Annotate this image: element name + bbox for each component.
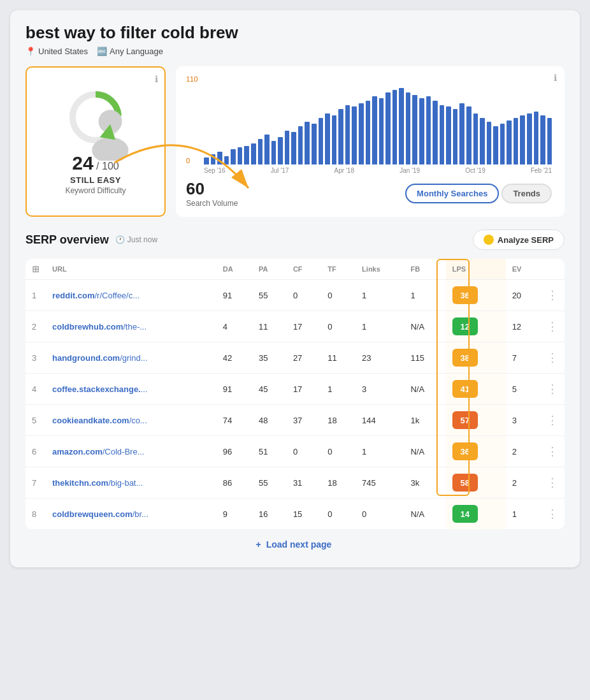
cell-url[interactable]: cookieandkate.com/co... [46,405,217,436]
cell-url[interactable]: coldbrewhub.com/the-... [46,311,217,342]
chart-bar [332,115,337,164]
chart-info-icon[interactable]: ℹ [554,73,557,83]
page-title: best way to filter cold brew [25,23,565,43]
chart-bar [352,106,357,164]
table-row: 8 coldbrewqueen.com/br... 9 16 15 0 0 N/… [25,499,565,530]
more-icon[interactable]: ⋮ [547,383,558,395]
tab-trends[interactable]: Trends [501,184,552,203]
cell-da: 4 [217,311,252,342]
serp-title: SERP overview [25,233,109,247]
chart-bar [217,152,222,164]
url-link[interactable]: thekitchn.com/big-bat... [52,478,143,488]
chart-bar [459,103,464,164]
chart-bar [453,109,458,164]
difficulty-info-icon[interactable]: ℹ [155,74,158,84]
cell-cf: 17 [287,374,321,405]
search-volume-label: Search Volume [186,199,238,208]
more-icon[interactable]: ⋮ [547,507,558,520]
cell-url[interactable]: reddit.com/r/Coffee/c... [46,280,217,311]
cell-tf: 1 [321,374,356,405]
cell-more[interactable]: ⋮ [540,374,565,405]
cell-pa: 55 [252,467,287,499]
url-path: /br... [133,509,148,519]
more-icon[interactable]: ⋮ [547,476,558,489]
cell-lps: 58 [446,467,506,499]
url-domain: handground.com [52,353,120,363]
th-actions [540,259,565,280]
cell-cf: 0 [287,280,321,311]
chart-bar [359,103,364,164]
url-link[interactable]: cookieandkate.com/co... [52,416,147,425]
cell-da: 91 [217,374,252,405]
chart-x-label: Oct '19 [465,167,485,174]
url-domain: cookieandkate.com [52,416,129,425]
location-icon: 📍 [25,47,36,56]
chart-bar [466,106,471,164]
cell-more[interactable]: ⋮ [540,311,565,342]
cell-url[interactable]: coffee.stackexchange.... [46,374,217,405]
cell-da: 74 [217,405,252,436]
url-domain: coffee.stackexchange. [52,384,141,394]
language-label: Any Language [110,47,163,56]
cell-url[interactable]: handground.com/grind... [46,342,217,374]
chart-bar [507,120,512,164]
analyze-btn-label: Analyze SERP [498,235,554,245]
cell-pa: 16 [252,499,287,530]
chart-bar [446,106,451,164]
chart-bar [379,98,384,164]
table-row: 1 reddit.com/r/Coffee/c... 91 55 0 0 1 1… [25,280,565,311]
cell-cf: 31 [287,467,321,499]
cell-more[interactable]: ⋮ [540,405,565,436]
cell-more[interactable]: ⋮ [540,467,565,499]
load-next-label: Load next page [266,539,332,550]
cell-fb: N/A [404,499,445,530]
difficulty-sublabel: Keyword Difficulty [65,186,126,195]
url-link[interactable]: reddit.com/r/Coffee/c... [52,291,140,300]
cell-more[interactable]: ⋮ [540,436,565,467]
url-path: /Cold-Bre... [103,447,145,456]
table-row: 3 handground.com/grind... 42 35 27 11 23… [25,342,565,374]
url-domain: amazon.com [52,447,103,456]
load-next-button[interactable]: + Load next page [25,529,565,552]
cell-links: 745 [356,467,404,499]
chart-bar [278,137,283,164]
more-icon[interactable]: ⋮ [547,445,558,458]
top-section: ℹ 24 [25,66,565,217]
chart-area: 110 0 [186,75,552,164]
more-icon[interactable]: ⋮ [547,414,558,427]
cell-url[interactable]: coldbrewqueen.com/br... [46,499,217,530]
cell-rank: 6 [25,436,46,467]
chart-bar [345,105,350,164]
chart-bar [244,146,249,164]
more-icon[interactable]: ⋮ [547,289,558,302]
cell-pa: 35 [252,342,287,374]
url-link[interactable]: coldbrewhub.com/the-... [52,322,147,332]
cell-url[interactable]: amazon.com/Cold-Bre... [46,436,217,467]
cell-rank: 3 [25,342,46,374]
cell-links: 1 [356,280,404,311]
more-icon[interactable]: ⋮ [547,351,558,364]
cell-lps: 36 [446,436,506,467]
cell-more[interactable]: ⋮ [540,342,565,374]
cell-ev: 3 [506,405,540,436]
cell-more[interactable]: ⋮ [540,280,565,311]
lps-badge: 36 [452,442,478,460]
url-link[interactable]: coffee.stackexchange.... [52,384,148,394]
tab-monthly-searches[interactable]: Monthly Searches [405,184,499,203]
expand-icon: ⊞ [32,264,40,274]
cell-ev: 1 [506,499,540,530]
cell-more[interactable]: ⋮ [540,499,565,530]
clock-icon: 🕐 [115,235,125,244]
chart-x-labels: Sep '16Jul '17Apr '18Jan '19Oct '19Feb '… [204,167,552,174]
cell-url[interactable]: thekitchn.com/big-bat... [46,467,217,499]
analyze-serp-button[interactable]: Analyze SERP [473,230,565,250]
chart-bar [264,135,270,164]
cell-fb: 1k [404,405,445,436]
chart-bar [319,118,324,164]
cell-rank: 2 [25,311,46,342]
url-link[interactable]: amazon.com/Cold-Bre... [52,447,145,456]
url-link[interactable]: coldbrewqueen.com/br... [52,509,148,519]
url-link[interactable]: handground.com/grind... [52,353,148,363]
chart-bar [487,122,492,164]
more-icon[interactable]: ⋮ [547,320,558,333]
